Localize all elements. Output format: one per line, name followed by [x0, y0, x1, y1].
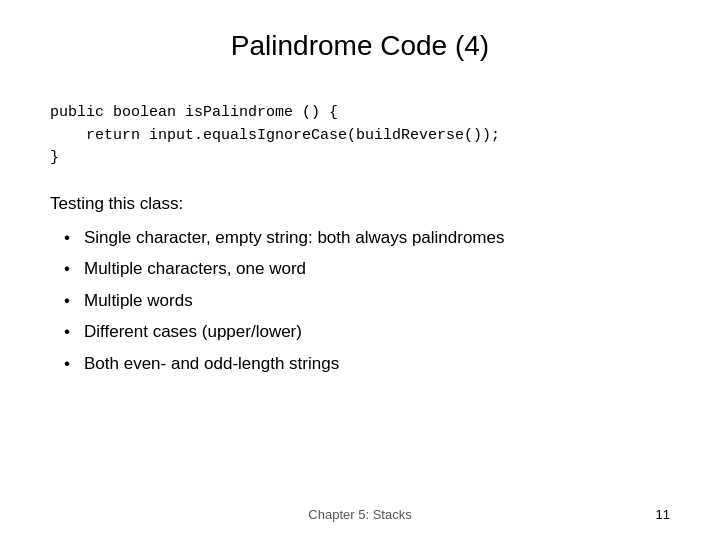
footer: Chapter 5: Stacks 11 — [0, 507, 720, 522]
list-item: Multiple words — [60, 285, 670, 317]
list-item: Multiple characters, one word — [60, 253, 670, 285]
footer-chapter: Chapter 5: Stacks — [0, 507, 720, 522]
slide-title: Palindrome Code (4) — [50, 30, 670, 72]
list-item: Single character, empty string: both alw… — [60, 222, 670, 254]
bullet-list: Single character, empty string: both alw… — [60, 222, 670, 380]
footer-page: 11 — [656, 507, 670, 522]
testing-label: Testing this class: — [50, 194, 670, 214]
slide: Palindrome Code (4) public boolean isPal… — [0, 0, 720, 540]
list-item: Both even- and odd-length strings — [60, 348, 670, 380]
code-block: public boolean isPalindrome () { return … — [50, 102, 670, 170]
list-item: Different cases (upper/lower) — [60, 316, 670, 348]
